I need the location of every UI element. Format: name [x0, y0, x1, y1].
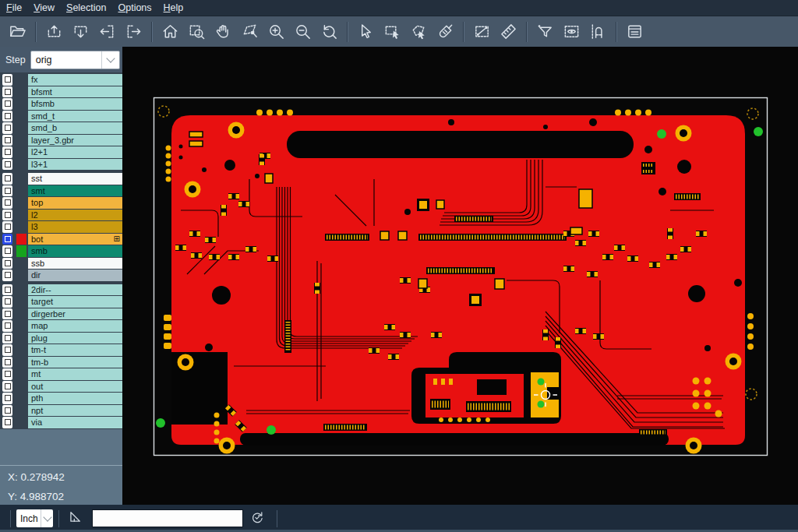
layer-color-chip[interactable] [16, 333, 26, 344]
layer-row-out[interactable]: out [0, 381, 122, 393]
step-select[interactable]: orig [30, 51, 120, 69]
layer-row-map[interactable]: map [0, 320, 122, 332]
ruler-icon[interactable] [496, 19, 521, 44]
layer-row-target[interactable]: target [0, 296, 122, 308]
select-polygon-icon[interactable] [407, 19, 431, 44]
home-view-icon[interactable] [158, 19, 182, 44]
view-region-icon[interactable] [560, 19, 584, 44]
layer-label[interactable]: l3+1 [28, 159, 122, 171]
layer-label[interactable]: 2dir-- [28, 284, 122, 296]
import-bottom-icon[interactable] [69, 19, 93, 44]
layer-visibility-checkbox[interactable] [2, 258, 12, 270]
layer-color-chip[interactable] [16, 111, 26, 122]
layer-color-chip[interactable] [16, 98, 26, 110]
layer-row-smd_b[interactable]: smd_b [0, 122, 122, 134]
layer-row-smd_t[interactable]: smd_t [0, 111, 122, 122]
layer-label[interactable]: smt [28, 185, 122, 197]
layer-visibility-checkbox[interactable] [2, 308, 12, 320]
import-top-icon[interactable] [42, 19, 66, 44]
layer-row-top[interactable]: top [0, 197, 122, 209]
layer-label[interactable]: fx [28, 74, 122, 86]
layer-row-dir[interactable]: dir [0, 270, 122, 281]
layer-color-chip[interactable] [16, 344, 26, 356]
layer-label[interactable]: map [28, 320, 122, 332]
layer-label[interactable]: out [28, 381, 122, 393]
layer-color-chip[interactable] [16, 197, 26, 209]
layer-visibility-checkbox[interactable] [2, 357, 12, 368]
layer-label[interactable]: l3 [28, 221, 122, 233]
layer-visibility-checkbox[interactable] [2, 234, 12, 245]
layer-label[interactable]: pth [28, 393, 122, 404]
layer-visibility-checkbox[interactable] [2, 159, 12, 171]
layer-label[interactable]: plug [28, 333, 122, 344]
zoom-previous-icon[interactable] [317, 19, 341, 44]
layer-visibility-checkbox[interactable] [2, 146, 12, 158]
layer-label[interactable]: dir [28, 270, 122, 281]
layer-visibility-checkbox[interactable] [2, 245, 12, 257]
menu-selection[interactable]: Selection [66, 2, 106, 13]
zoom-drag-icon[interactable] [238, 19, 262, 44]
layer-color-chip[interactable] [16, 381, 26, 393]
layer-label[interactable]: ssb [28, 258, 122, 270]
layer-label[interactable]: l2 [28, 210, 122, 221]
layer-visibility-checkbox[interactable] [2, 417, 12, 428]
layer-visibility-checkbox[interactable] [2, 135, 12, 146]
layer-panel-icon[interactable] [623, 19, 647, 44]
layer-row-bfsmt[interactable]: bfsmt [0, 86, 122, 98]
layer-row-l3[interactable]: l3 [0, 221, 122, 233]
layer-visibility-checkbox[interactable] [2, 405, 12, 417]
layer-row-bot[interactable]: bot⊞ [0, 234, 122, 245]
layer-row-sst[interactable]: sst [0, 173, 122, 185]
layer-visibility-checkbox[interactable] [2, 270, 12, 281]
layer-visibility-checkbox[interactable] [2, 284, 12, 296]
layer-row-npt[interactable]: npt [0, 405, 122, 417]
chevron-down-icon[interactable] [101, 51, 119, 69]
layer-row-l2[interactable]: l2 [0, 210, 122, 221]
layer-visibility-checkbox[interactable] [2, 320, 12, 332]
layer-color-chip[interactable] [16, 245, 26, 257]
layer-color-chip[interactable] [16, 270, 26, 281]
layer-color-chip[interactable] [16, 122, 26, 134]
layer-color-chip[interactable] [16, 86, 26, 98]
menu-options[interactable]: Options [118, 2, 151, 13]
open-folder-icon[interactable] [5, 19, 30, 44]
layer-row-l2+1[interactable]: l2+1 [0, 146, 122, 158]
menu-view[interactable]: View [34, 2, 55, 13]
layer-color-chip[interactable] [16, 159, 26, 171]
layer-visibility-checkbox[interactable] [2, 296, 12, 308]
layer-label[interactable]: npt [28, 405, 122, 417]
layer-row-pth[interactable]: pth [0, 393, 122, 404]
layer-label[interactable]: target [28, 296, 122, 308]
chevron-down-icon[interactable] [41, 509, 53, 527]
layer-color-chip[interactable] [16, 284, 26, 296]
clear-brush-icon[interactable] [433, 19, 457, 44]
layer-label[interactable]: layer_3.gbr [28, 135, 122, 146]
layer-visibility-checkbox[interactable] [2, 122, 12, 134]
layer-label[interactable]: l2+1 [28, 146, 122, 158]
layer-label[interactable]: dirgerber [28, 308, 122, 320]
layer-color-chip[interactable] [16, 368, 26, 380]
measure-distance-icon[interactable] [470, 19, 494, 44]
layer-row-mt[interactable]: mt [0, 368, 122, 380]
layer-label[interactable]: tm-b [28, 357, 122, 368]
layer-color-chip[interactable] [16, 357, 26, 368]
layer-visibility-checkbox[interactable] [2, 98, 12, 110]
snap-icon[interactable] [586, 19, 610, 44]
layer-color-chip[interactable] [16, 146, 26, 158]
layer-label[interactable]: bfsmb [28, 98, 122, 110]
layer-visibility-checkbox[interactable] [2, 368, 12, 380]
layer-visibility-checkbox[interactable] [2, 197, 12, 209]
unit-select[interactable]: Inch [16, 509, 53, 527]
angle-mode-icon[interactable] [68, 509, 84, 528]
layer-visibility-checkbox[interactable] [2, 344, 12, 356]
filter-icon[interactable] [533, 19, 557, 44]
layer-label[interactable]: via [28, 417, 122, 428]
command-input[interactable] [92, 509, 243, 527]
layer-color-chip[interactable] [16, 234, 26, 245]
layer-row-ssb[interactable]: ssb [0, 258, 122, 270]
layer-visibility-checkbox[interactable] [2, 111, 12, 122]
layer-label[interactable]: top [28, 197, 122, 209]
layer-label[interactable]: smd_b [28, 122, 122, 134]
layer-visibility-checkbox[interactable] [2, 381, 12, 393]
layer-row-smb[interactable]: smb [0, 245, 122, 257]
